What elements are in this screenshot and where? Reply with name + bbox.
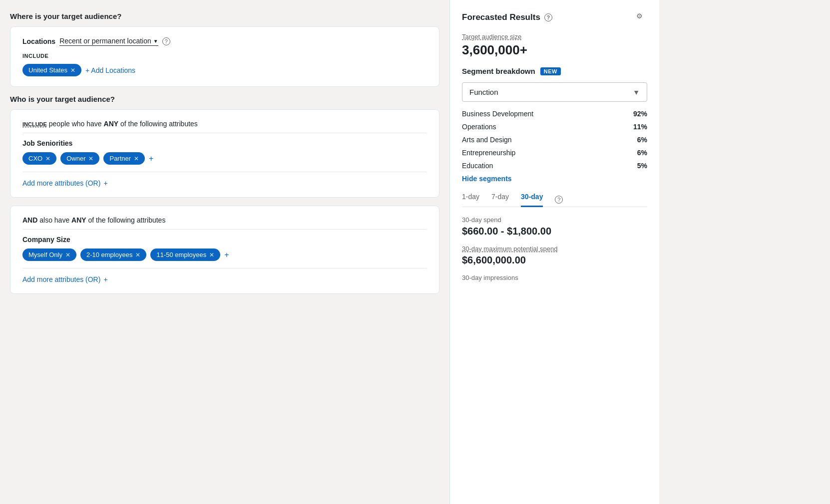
- spend-label: 30-day spend: [462, 216, 647, 224]
- tag-cxo[interactable]: CXO ✕: [22, 152, 56, 165]
- segment-name-4: Education: [462, 162, 493, 170]
- segment-row-1: Operations 11%: [462, 123, 647, 131]
- segment-breakdown-label: Segment breakdown: [462, 67, 535, 75]
- include-label: INCLUDE: [22, 53, 427, 59]
- spend-value: $660.00 - $1,800.00: [462, 226, 647, 237]
- audience-size-label: Target audience size: [462, 33, 647, 40]
- add-or-plus-icon-2: +: [103, 275, 107, 283]
- add-seniority-icon[interactable]: +: [149, 154, 153, 163]
- tab-7-day[interactable]: 7-day: [491, 193, 509, 207]
- segment-row-3: Entrepreneurship 6%: [462, 149, 647, 157]
- segment-pct-0: 92%: [633, 110, 647, 118]
- tag-remove-icon[interactable]: ✕: [88, 155, 93, 162]
- and-any-keyword: ANY: [71, 216, 86, 224]
- tab-1-day[interactable]: 1-day: [462, 193, 479, 207]
- tag-remove-icon[interactable]: ✕: [134, 155, 139, 162]
- tag-remove-icon[interactable]: ✕: [135, 252, 140, 258]
- segment-name-2: Arts and Design: [462, 136, 512, 144]
- tag-label: United States: [28, 66, 67, 74]
- function-dropdown[interactable]: Function ▼: [462, 82, 647, 102]
- add-more-attributes-or-button-2[interactable]: Add more attributes (OR) +: [22, 275, 427, 283]
- tag-label: Partner: [109, 155, 131, 162]
- tag-label: CXO: [28, 155, 42, 162]
- and-text-also: also have: [39, 216, 71, 224]
- sidebar-help-icon[interactable]: ?: [544, 13, 552, 21]
- add-more-attributes-or-button[interactable]: Add more attributes (OR) +: [22, 179, 427, 187]
- segment-pct-3: 6%: [637, 149, 647, 157]
- tag-label: Myself Only: [28, 251, 62, 258]
- add-more-or-label: Add more attributes (OR): [22, 179, 100, 187]
- segment-row-4: Education 5%: [462, 162, 647, 170]
- audience-card: INCLUDE people who have ANY of the follo…: [10, 109, 439, 198]
- and-text: AND also have ANY of the following attri…: [22, 216, 427, 230]
- tag-2-10-employees[interactable]: 2-10 employees ✕: [80, 249, 147, 261]
- day-tabs-help-icon[interactable]: ?: [555, 196, 563, 204]
- sidebar: Forecasted Results ? ⚙ Target audience s…: [449, 0, 659, 504]
- company-size-label: Company Size: [22, 236, 427, 244]
- seniorities-label: Job Seniorities: [22, 139, 427, 147]
- include-keyword: INCLUDE: [22, 121, 47, 127]
- and-text-rest: of the following attributes: [88, 216, 166, 224]
- new-badge: NEW: [540, 67, 561, 75]
- sidebar-header: Forecasted Results ? ⚙: [462, 12, 647, 23]
- sidebar-title: Forecasted Results ?: [462, 12, 552, 22]
- location-card: Locations Recent or permanent location ▼…: [10, 26, 439, 87]
- audience-size-value: 3,600,000+: [462, 42, 647, 58]
- hide-segments-link[interactable]: Hide segments: [462, 175, 647, 183]
- tag-owner[interactable]: Owner ✕: [60, 152, 99, 165]
- segment-name-1: Operations: [462, 123, 496, 131]
- dropdown-arrow-icon: ▼: [153, 38, 158, 44]
- function-dropdown-label: Function: [469, 88, 498, 96]
- location-tags-row: United States ✕ + Add Locations: [22, 64, 427, 76]
- max-spend-value: $6,600,000.00: [462, 254, 647, 266]
- function-dropdown-chevron-icon: ▼: [633, 88, 640, 96]
- add-or-plus-icon: +: [103, 179, 107, 187]
- tag-remove-icon[interactable]: ✕: [209, 252, 214, 258]
- include-text-rest: of the following attributes: [120, 120, 198, 128]
- seniority-tags-row: CXO ✕ Owner ✕ Partner ✕ +: [22, 152, 427, 172]
- add-more-or-label-2: Add more attributes (OR): [22, 275, 100, 283]
- location-type-text: Recent or permanent location: [59, 37, 151, 45]
- add-locations-link[interactable]: + Add Locations: [85, 66, 135, 74]
- tag-11-50-employees[interactable]: 11-50 employees ✕: [150, 249, 220, 261]
- tag-remove-icon[interactable]: ✕: [70, 67, 75, 74]
- tag-label: 11-50 employees: [156, 251, 206, 258]
- segment-pct-1: 11%: [633, 123, 647, 131]
- location-type-dropdown[interactable]: Recent or permanent location ▼: [59, 37, 158, 46]
- tag-remove-icon[interactable]: ✕: [65, 252, 70, 258]
- location-help-icon[interactable]: ?: [162, 37, 170, 45]
- tag-label: 2-10 employees: [86, 251, 133, 258]
- segment-pct-4: 5%: [637, 162, 647, 170]
- tag-myself-only[interactable]: Myself Only ✕: [22, 249, 76, 261]
- locations-label: Locations: [22, 37, 55, 45]
- segment-row-2: Arts and Design 6%: [462, 136, 647, 144]
- segment-name-3: Entrepreneurship: [462, 149, 515, 157]
- and-card: AND also have ANY of the following attri…: [10, 206, 439, 294]
- segment-row-0: Business Development 92%: [462, 110, 647, 118]
- and-keyword: AND: [22, 216, 37, 224]
- company-size-tags-row: Myself Only ✕ 2-10 employees ✕ 11-50 emp…: [22, 249, 427, 268]
- any-keyword: ANY: [104, 120, 119, 128]
- segment-breakdown-row: Segment breakdown NEW: [462, 67, 647, 75]
- segment-pct-2: 6%: [637, 136, 647, 144]
- tag-label: Owner: [66, 155, 85, 162]
- tag-remove-icon[interactable]: ✕: [45, 155, 50, 162]
- max-spend-label: 30-day maximum potential spend: [462, 245, 647, 252]
- segment-list: Business Development 92% Operations 11% …: [462, 110, 647, 170]
- tab-30-day[interactable]: 30-day: [521, 193, 543, 207]
- include-text-people: people who have: [49, 120, 104, 128]
- location-section-title: Where is your target audience?: [10, 12, 439, 20]
- audience-section-title: Who is your target audience?: [10, 95, 439, 103]
- day-tabs: 1-day 7-day 30-day ?: [462, 193, 647, 207]
- add-company-size-icon[interactable]: +: [224, 251, 229, 259]
- forecasted-results-title: Forecasted Results: [462, 12, 540, 22]
- segment-name-0: Business Development: [462, 110, 533, 118]
- location-tag-us[interactable]: United States ✕: [22, 64, 81, 76]
- impressions-label: 30-day impressions: [462, 274, 647, 281]
- gear-icon[interactable]: ⚙: [636, 12, 647, 23]
- include-text: INCLUDE people who have ANY of the follo…: [22, 120, 427, 133]
- tag-partner[interactable]: Partner ✕: [103, 152, 145, 165]
